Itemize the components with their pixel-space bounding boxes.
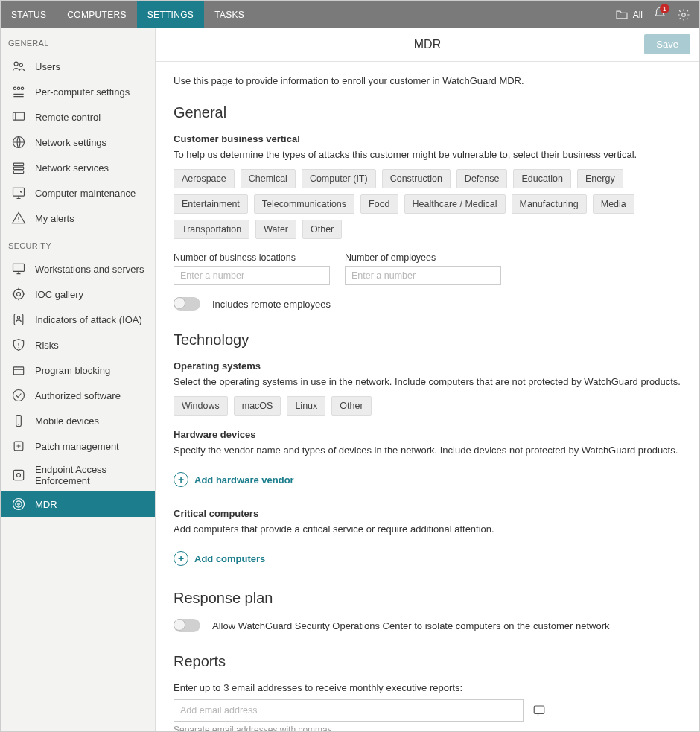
vertical-chip-defense[interactable]: Defense	[456, 169, 508, 188]
svg-point-24	[13, 499, 25, 510]
vertical-chip-other[interactable]: Other	[302, 220, 342, 239]
block-icon	[11, 363, 26, 378]
sidebar-item-computer-maintenance[interactable]: Computer maintenance	[1, 180, 155, 206]
vertical-chip-water[interactable]: Water	[255, 220, 296, 239]
main-content: Use this page to provide information to …	[156, 62, 699, 731]
stack-icon	[11, 160, 26, 175]
os-chip-macos[interactable]: macOS	[234, 396, 281, 416]
scope-selector[interactable]: All	[615, 10, 643, 20]
folder-icon	[615, 10, 629, 20]
add-computers-link[interactable]: + Add computers	[174, 551, 265, 566]
test-email-icon[interactable]	[532, 704, 546, 717]
sidebar-item-indicators-of-attack-ioa-[interactable]: Indicators of attack (IOA)	[1, 307, 155, 332]
vertical-chip-manufacturing[interactable]: Manufacturing	[512, 194, 587, 214]
vertical-help: To help us determine the types of attack…	[174, 149, 681, 160]
svg-point-5	[21, 87, 23, 89]
os-chip-windows[interactable]: Windows	[174, 396, 228, 416]
nav-tab-computers[interactable]: COMPUTERS	[57, 1, 136, 28]
vertical-chip-construction[interactable]: Construction	[382, 169, 451, 188]
page-title: MDR	[414, 38, 441, 51]
mdr-icon	[11, 497, 26, 512]
main-panel: MDR Save Use this page to provide inform…	[156, 28, 699, 731]
critical-label: Critical computers	[174, 508, 681, 519]
sidebar-item-label: Per-computer settings	[35, 86, 130, 98]
svg-rect-9	[13, 167, 23, 169]
sidebar-item-patch-management[interactable]: Patch management	[1, 433, 155, 459]
svg-point-15	[17, 293, 21, 296]
svg-point-4	[17, 87, 19, 89]
os-help: Select the operating systems in use in t…	[174, 376, 681, 387]
svg-point-17	[17, 316, 19, 319]
svg-point-19	[13, 390, 25, 401]
sidebar-item-label: MDR	[35, 499, 57, 510]
svg-point-14	[13, 289, 23, 299]
vertical-chip-media[interactable]: Media	[593, 194, 634, 214]
employees-input[interactable]	[345, 266, 501, 285]
os-chips: WindowsmacOSLinuxOther	[174, 396, 681, 416]
vertical-chip-aerospace[interactable]: Aerospace	[174, 169, 235, 188]
vertical-chip-energy[interactable]: Energy	[577, 169, 623, 188]
nav-tab-settings[interactable]: SETTINGS	[137, 1, 204, 28]
os-chip-linux[interactable]: Linux	[287, 396, 325, 416]
vertical-chip-healthcare-medical[interactable]: Healthcare / Medical	[404, 194, 506, 214]
isolate-toggle[interactable]	[174, 619, 200, 632]
nav-tab-status[interactable]: STATUS	[1, 1, 57, 28]
vertical-chip-education[interactable]: Education	[513, 169, 571, 188]
sidebar-item-label: Patch management	[35, 441, 119, 452]
mobile-icon	[11, 413, 26, 428]
sidebar-item-authorized-software[interactable]: Authorized software	[1, 383, 155, 408]
monitor-icon	[11, 261, 26, 276]
svg-rect-11	[13, 188, 25, 196]
notification-badge: 1	[660, 4, 669, 13]
sidebar-item-label: IOC gallery	[35, 289, 83, 300]
vertical-chip-entertainment[interactable]: Entertainment	[174, 194, 248, 214]
monthly-prompt: Enter up to 3 email addresses to receive…	[174, 682, 681, 693]
svg-point-23	[17, 474, 21, 477]
notifications-button[interactable]: 1	[653, 7, 666, 22]
vertical-chip-chemical[interactable]: Chemical	[241, 169, 296, 188]
sidebar-item-mobile-devices[interactable]: Mobile devices	[1, 408, 155, 433]
svg-point-1	[14, 62, 18, 66]
add-hardware-vendor-link[interactable]: + Add hardware vendor	[174, 472, 294, 487]
vertical-chip-food[interactable]: Food	[360, 194, 398, 214]
settings-gear-icon[interactable]	[677, 8, 690, 22]
nav-tab-tasks[interactable]: TASKS	[204, 1, 255, 28]
vertical-chip-telecommunications[interactable]: Telecommunications	[254, 194, 354, 214]
section-general: General	[174, 104, 681, 121]
sidebar-item-label: Users	[35, 61, 60, 72]
sidebar-item-endpoint-access-enforcement[interactable]: Endpoint Access Enforcement	[1, 459, 155, 491]
sidebar-item-my-alerts[interactable]: My alerts	[1, 206, 155, 231]
monthly-email-input[interactable]	[174, 699, 524, 722]
svg-point-0	[682, 13, 686, 16]
vertical-chip-computer-it-[interactable]: Computer (IT)	[302, 169, 376, 188]
svg-point-25	[16, 501, 22, 507]
svg-point-12	[21, 191, 22, 193]
sidebar-item-risks[interactable]: Risks	[1, 332, 155, 357]
shield-icon	[11, 337, 26, 352]
svg-rect-8	[13, 163, 23, 165]
sidebar-item-program-blocking[interactable]: Program blocking	[1, 357, 155, 383]
svg-rect-18	[13, 367, 23, 375]
sidebar-item-workstations-and-servers[interactable]: Workstations and servers	[1, 256, 155, 281]
scope-label: All	[633, 10, 643, 20]
svg-point-26	[18, 503, 20, 506]
sidebar-item-mdr[interactable]: MDR	[1, 491, 155, 517]
sidebar-item-label: My alerts	[35, 213, 74, 224]
patch-icon	[11, 439, 26, 453]
save-button[interactable]: Save	[644, 34, 690, 54]
sidebar-item-users[interactable]: Users	[1, 54, 155, 79]
remote-employees-label: Includes remote employees	[212, 299, 331, 310]
remote-employees-toggle[interactable]	[174, 297, 200, 311]
hw-label: Hardware devices	[174, 429, 681, 440]
sidebar-item-network-settings[interactable]: Network settings	[1, 130, 155, 155]
sidebar-item-per-computer-settings[interactable]: Per-computer settings	[1, 79, 155, 104]
locations-input[interactable]	[174, 266, 330, 285]
sidebar-item-remote-control[interactable]: Remote control	[1, 104, 155, 130]
sidebar-item-label: Risks	[35, 340, 59, 351]
sidebar-item-ioc-gallery[interactable]: IOC gallery	[1, 281, 155, 307]
locations-label: Number of business locations	[174, 252, 330, 263]
os-chip-other[interactable]: Other	[331, 396, 371, 416]
sidebar-item-network-services[interactable]: Network services	[1, 155, 155, 180]
vertical-chip-transportation[interactable]: Transportation	[174, 220, 249, 239]
sidebar-item-label: Remote control	[35, 112, 101, 123]
